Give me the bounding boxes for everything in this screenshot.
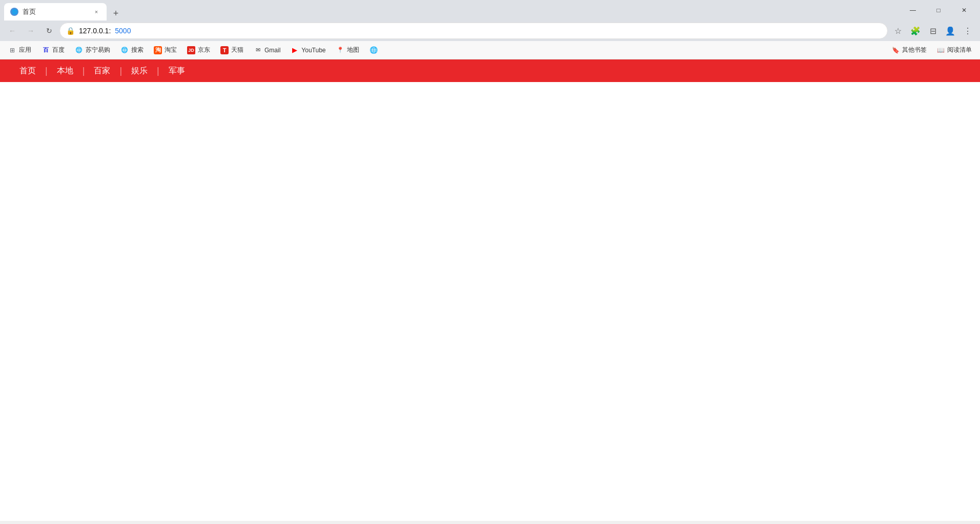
jd-icon: JD [187,46,195,54]
new-tab-button[interactable]: + [109,6,123,21]
maximize-button[interactable]: □ [927,2,950,18]
bookmark-maps-label: 地图 [347,46,359,54]
active-tab[interactable]: 🌐 首页 × [4,3,107,21]
reading-list-icon: 📖 [937,47,945,54]
tab-strip: 🌐 首页 × + [4,0,901,21]
nav-item-military[interactable]: 军事 [159,59,194,82]
close-button[interactable]: ✕ [952,2,976,18]
site-nav: 首页 | 本地 | 百家 | 娱乐 | 军事 [0,59,980,82]
nav-item-baike[interactable]: 百家 [85,59,119,82]
tab-favicon: 🌐 [10,8,18,16]
bookmark-taobao[interactable]: 淘 淘宝 [150,44,181,56]
bookmark-youtube-label: YouTube [301,47,325,54]
bookmark-tmall[interactable]: T 天猫 [216,44,248,56]
bookmark-apps[interactable]: ⊞ 应用 [4,44,35,56]
bookmark-search-label: 搜索 [131,46,144,54]
sidebar-button[interactable]: ⊟ [925,23,941,39]
nav-item-entertainment[interactable]: 娱乐 [122,59,157,82]
star-button[interactable]: ☆ [890,23,906,39]
minimize-button[interactable]: — [901,2,925,18]
reload-button[interactable]: ↻ [41,23,57,39]
globe-bookmark-icon: 🌐 [370,46,378,54]
youtube-icon: ▶ [291,46,299,54]
bookmark-search[interactable]: 🌐 搜索 [116,44,148,56]
other-bookmarks-label: 其他书签 [902,46,927,54]
nav-entertainment-label: 娱乐 [131,66,148,76]
suning-icon: 🌐 [75,46,83,54]
bookmark-jd[interactable]: JD 京东 [183,44,214,56]
bookmarks-bar: ⊞ 应用 百 百度 🌐 苏宁易购 🌐 搜索 淘 淘宝 JD 京东 T [0,41,980,59]
bookmarks-right: 🔖 其他书签 📖 阅读清单 [888,44,976,56]
bookmark-jd-label: 京东 [198,46,210,54]
bookmark-folder-icon: 🔖 [892,47,900,54]
reading-list-button[interactable]: 📖 阅读清单 [933,44,976,56]
nav-home-label: 首页 [19,66,36,76]
security-icon: 🔒 [66,27,75,35]
toolbar-right: ☆ 🧩 ⊟ 👤 ⋮ [890,23,976,39]
bookmark-gmail[interactable]: ✉ Gmail [250,44,284,56]
title-bar: 🌐 首页 × + — □ ✕ [0,0,980,21]
bookmark-tmall-label: 天猫 [231,46,243,54]
taobao-icon: 淘 [154,46,162,54]
gmail-icon: ✉ [254,46,262,54]
nav-item-home[interactable]: 首页 [10,59,45,82]
tab-title: 首页 [23,7,88,16]
other-bookmarks-button[interactable]: 🔖 其他书签 [888,44,931,56]
address-bar: ← → ↻ 🔒 127.0.0.1:5000 ☆ 🧩 ⊟ 👤 ⋮ [0,21,980,41]
nav-local-label: 本地 [57,66,73,76]
search-bookmark-icon: 🌐 [120,46,129,54]
bookmark-maps[interactable]: 📍 地图 [332,44,363,56]
browser-chrome: 🌐 首页 × + — □ ✕ ← → ↻ 🔒 127.0.0.1:5000 ☆ … [0,0,980,59]
reading-list-label: 阅读清单 [947,46,972,54]
nav-military-label: 军事 [169,66,185,76]
apps-icon: ⊞ [8,46,16,54]
extensions-button[interactable]: 🧩 [907,23,924,39]
forward-button[interactable]: → [23,23,39,39]
profile-button[interactable]: 👤 [942,23,958,39]
tab-close-button[interactable]: × [92,8,100,16]
address-port: 5000 [115,27,131,35]
back-button[interactable]: ← [4,23,21,39]
bookmark-suning[interactable]: 🌐 苏宁易购 [71,44,114,56]
bookmark-taobao-label: 淘宝 [165,46,177,54]
bookmark-gmail-label: Gmail [264,47,280,54]
menu-button[interactable]: ⋮ [959,23,976,39]
address-input[interactable]: 🔒 127.0.0.1:5000 [59,23,888,39]
bookmark-baidu-label: 百度 [52,46,65,54]
bookmark-globe[interactable]: 🌐 [365,44,382,56]
maps-icon: 📍 [336,46,344,54]
address-host: 127.0.0.1: [79,27,111,35]
nav-item-local[interactable]: 本地 [48,59,83,82]
bookmark-baidu[interactable]: 百 百度 [37,44,69,56]
nav-baike-label: 百家 [94,66,110,76]
window-controls: — □ ✕ [901,2,976,18]
page-content: 首页 | 本地 | 百家 | 娱乐 | 军事 [0,59,980,521]
bookmark-apps-label: 应用 [19,46,31,54]
bookmark-suning-label: 苏宁易购 [86,46,110,54]
baidu-icon: 百 [42,46,50,54]
tmall-icon: T [220,46,229,54]
bookmark-youtube[interactable]: ▶ YouTube [287,44,330,56]
